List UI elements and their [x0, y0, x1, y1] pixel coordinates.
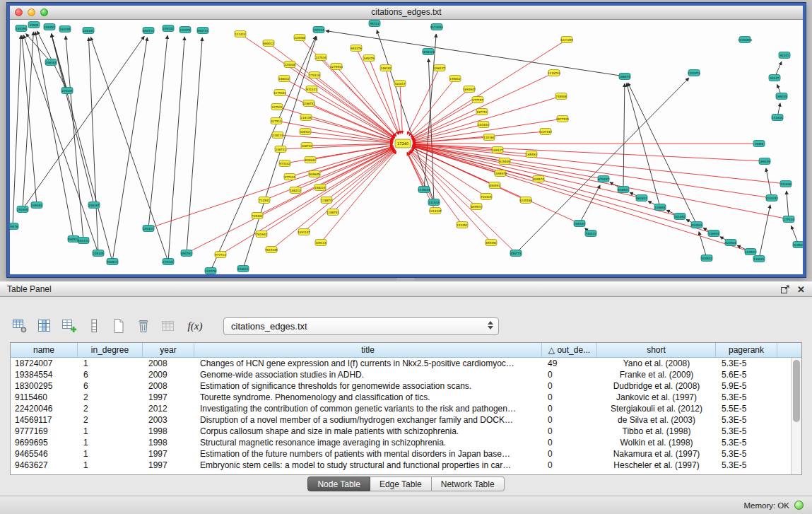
- graph-node[interactable]: 1201033: [765, 195, 778, 201]
- graph-node[interactable]: 712541: [259, 197, 270, 204]
- graph-node[interactable]: 116944: [708, 230, 719, 237]
- graph-node[interactable]: 177103: [783, 216, 794, 223]
- graph-node[interactable]: 322017: [394, 81, 406, 87]
- graph-node[interactable]: 111414: [235, 31, 246, 37]
- graph-node[interactable]: 168212: [290, 187, 301, 194]
- graph-node[interactable]: 306722: [301, 143, 312, 149]
- graph-node[interactable]: 118874: [321, 197, 332, 204]
- network-view-window[interactable]: citations_edges.txt 17240224008186012127…: [7, 3, 806, 277]
- graph-node[interactable]: 165479: [363, 55, 375, 62]
- table-row[interactable]: 946362711997Embryonic stem cells: a mode…: [11, 460, 801, 471]
- graph-node[interactable]: 1315445: [418, 187, 430, 193]
- graph-node[interactable]: 250431: [143, 226, 154, 232]
- graph-node[interactable]: 725402: [252, 213, 263, 219]
- graph-node[interactable]: 206163: [45, 59, 57, 66]
- graph-node[interactable]: 169127: [492, 147, 503, 153]
- graph-node[interactable]: 977334: [284, 174, 295, 180]
- graph-node[interactable]: 748508: [555, 93, 567, 100]
- graph-node[interactable]: 850773: [510, 250, 522, 257]
- graph-node[interactable]: 915449: [499, 158, 510, 165]
- graph-node[interactable]: 550131: [78, 238, 89, 244]
- graph-node[interactable]: 224008: [284, 62, 295, 68]
- graph-node[interactable]: 92241: [779, 52, 790, 59]
- graph-node[interactable]: 141636: [780, 181, 792, 187]
- graph-node[interactable]: 427512: [271, 118, 282, 124]
- graph-node[interactable]: 1188741: [326, 209, 339, 216]
- panel-resize-handle[interactable]: [396, 278, 415, 281]
- graph-node[interactable]: 720419: [481, 194, 492, 200]
- graph-node[interactable]: 187751: [476, 109, 488, 115]
- table-row[interactable]: 969969511998Structural magnetic resonanc…: [11, 437, 801, 448]
- table-scrollbar[interactable]: [791, 358, 801, 474]
- graph-node[interactable]: 306721: [300, 129, 311, 135]
- minimize-window-button[interactable]: [28, 8, 35, 16]
- graph-node[interactable]: 17240: [395, 139, 411, 148]
- graph-node[interactable]: 217534: [315, 54, 326, 61]
- new-file-button[interactable]: [109, 316, 129, 336]
- graph-node[interactable]: 186012: [278, 76, 290, 82]
- graph-node[interactable]: 809944: [305, 157, 316, 163]
- graph-node[interactable]: 218134: [272, 132, 283, 139]
- graph-node[interactable]: 169249: [759, 158, 770, 165]
- graph-node[interactable]: 141635: [772, 115, 783, 121]
- graph-node[interactable]: 181644: [478, 122, 489, 128]
- table-row[interactable]: 1456911722003Disruption of a novel membe…: [11, 414, 801, 426]
- graph-node[interactable]: 20935: [28, 22, 40, 28]
- graph-node[interactable]: 164195: [59, 26, 71, 33]
- graph-node[interactable]: 164194: [16, 25, 27, 32]
- column-header-title[interactable]: title: [194, 343, 542, 357]
- graph-node[interactable]: 860012: [263, 40, 274, 47]
- graph-node[interactable]: 124501: [745, 249, 756, 255]
- graph-node[interactable]: 251605: [17, 206, 28, 213]
- graph-node[interactable]: 809945: [309, 171, 320, 177]
- graph-node[interactable]: 209352: [31, 202, 42, 209]
- column-header-out_de[interactable]: △ out_de...: [542, 343, 597, 357]
- graph-node[interactable]: 1314447: [429, 208, 442, 214]
- graph-node[interactable]: 327541: [271, 104, 283, 110]
- graph-node[interactable]: 931141: [306, 86, 317, 93]
- graph-node[interactable]: 3286741: [302, 100, 315, 107]
- graph-node[interactable]: 924504: [725, 240, 736, 246]
- edit-table-button[interactable]: [59, 316, 79, 336]
- graph-node[interactable]: 1201974: [688, 70, 700, 76]
- graph-node[interactable]: 168214: [314, 185, 326, 191]
- graph-node[interactable]: 1221399: [560, 37, 573, 43]
- graph-node[interactable]: 122451: [457, 222, 468, 228]
- graph-node[interactable]: 116941: [753, 256, 765, 262]
- graph-node[interactable]: 496137: [434, 65, 445, 71]
- graph-node[interactable]: 146182: [380, 65, 392, 71]
- scrollbar-thumb[interactable]: [793, 360, 800, 422]
- graph-node[interactable]: 850493: [489, 182, 500, 189]
- graph-node[interactable]: 336731: [275, 146, 286, 153]
- graph-node[interactable]: 924502: [701, 255, 712, 262]
- graph-node[interactable]: 218135: [300, 115, 312, 121]
- graph-node[interactable]: 169184: [574, 221, 585, 227]
- graph-node[interactable]: 1275441: [273, 90, 286, 96]
- graph-node[interactable]: 1877515: [556, 116, 569, 122]
- function-builder-button[interactable]: f(x): [183, 316, 207, 336]
- table-row[interactable]: 1830029562008Estimation of significance …: [11, 380, 801, 392]
- graph-node[interactable]: 859492: [486, 240, 497, 246]
- graph-node[interactable]: 277757: [472, 97, 483, 103]
- table-selector[interactable]: citations_edges.txt: [223, 317, 499, 335]
- graph-node[interactable]: 206161: [83, 28, 94, 34]
- table-row[interactable]: 1872400712008Changes of HCN gene express…: [11, 358, 801, 369]
- close-window-button[interactable]: [15, 8, 23, 16]
- tab-node-table[interactable]: Node Table: [307, 477, 370, 491]
- graph-node[interactable]: 11154808: [738, 37, 753, 43]
- column-header-name[interactable]: name: [11, 343, 78, 357]
- graph-node[interactable]: 170118: [309, 72, 320, 78]
- graph-node[interactable]: 1107447: [539, 129, 552, 135]
- import-table-button[interactable]: [158, 316, 178, 336]
- graph-node[interactable]: 101574: [180, 27, 191, 33]
- graph-node[interactable]: 132164: [483, 134, 495, 141]
- column-header-in_degree[interactable]: in_degree: [78, 343, 143, 357]
- graph-node[interactable]: 1245186: [519, 197, 532, 204]
- table-row[interactable]: 1938455462009Genome-wide association stu…: [11, 369, 801, 380]
- graph-node[interactable]: 977713: [215, 252, 226, 258]
- graph-node[interactable]: 209132: [163, 25, 174, 32]
- row-selector-button[interactable]: [84, 316, 104, 336]
- float-panel-icon[interactable]: [780, 284, 790, 294]
- graph-node[interactable]: 954379: [351, 45, 362, 52]
- column-header-pagerank[interactable]: pagerank: [716, 343, 777, 357]
